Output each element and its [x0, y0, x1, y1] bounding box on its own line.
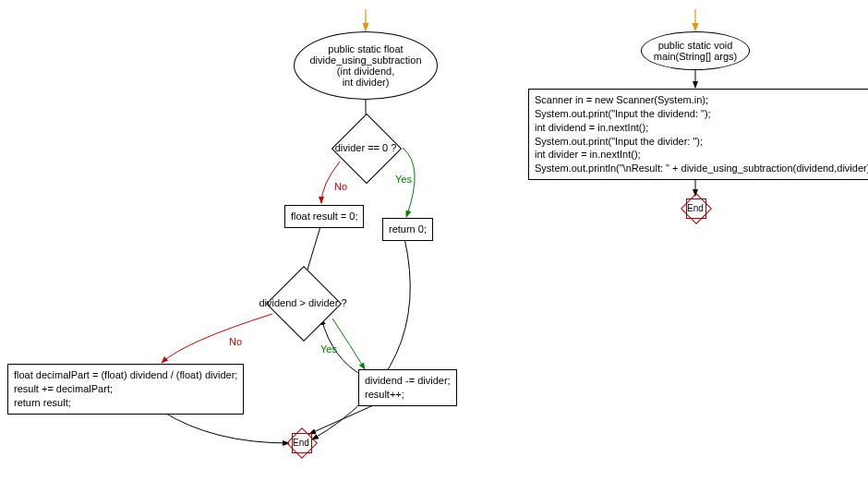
decision-divider-zero: divider == 0 ?: [342, 124, 390, 172]
end-terminal-left: End: [289, 430, 313, 454]
rect-line: dividend -= divider;: [365, 374, 451, 388]
rect-line: return result;: [14, 396, 237, 410]
rect-line: result++;: [365, 388, 451, 402]
rect-loop-body: dividend -= divider; result++;: [358, 369, 457, 406]
rect-main-body: Scanner in = new Scanner(System.in); Sys…: [528, 89, 868, 180]
edge-label-no: No: [229, 336, 242, 347]
rect-line: int dividend = in.nextInt();: [535, 121, 868, 135]
rect-line: float decimalPart = (float) dividend / (…: [14, 368, 237, 382]
rect-result-init: float result = 0;: [284, 205, 364, 228]
rect-line: int divider = in.nextInt();: [535, 148, 868, 162]
rect-return-zero: return 0;: [382, 218, 433, 241]
decision-dividend-gt-divider: dividend > divider ?: [277, 277, 329, 329]
end-terminal-right: End: [683, 196, 707, 220]
method-ellipse-main: public static void main(String[] args): [641, 31, 750, 70]
ellipse-line: main(String[] args): [654, 51, 737, 62]
rect-line: float result = 0;: [291, 210, 357, 223]
edge-label-yes: Yes: [395, 174, 412, 185]
rect-line: Scanner in = new Scanner(System.in);: [535, 93, 868, 107]
ellipse-line: public static float: [309, 43, 421, 54]
rect-line: return 0;: [389, 222, 427, 236]
ellipse-line: (int dividend,: [309, 66, 421, 77]
rect-line: result += decimalPart;: [14, 382, 237, 396]
rect-line: System.out.println("\nResult: " + divide…: [535, 162, 868, 175]
end-label: End: [687, 203, 704, 213]
end-label: End: [293, 438, 309, 448]
ellipse-line: divide_using_subtraction: [309, 54, 421, 66]
decision-label: dividend > divider ?: [259, 297, 346, 308]
ellipse-line: public static void: [654, 40, 737, 51]
rect-decimal-part: float decimalPart = (float) dividend / (…: [7, 364, 244, 415]
method-ellipse-divide: public static float divide_using_subtrac…: [294, 31, 438, 100]
rect-line: System.out.print("Input the divider: ");: [535, 135, 868, 149]
ellipse-line: int divider): [309, 77, 421, 88]
rect-line: System.out.print("Input the dividend: ")…: [535, 107, 868, 121]
decision-label: divider == 0 ?: [335, 142, 397, 153]
edge-label-no: No: [334, 181, 347, 192]
edge-label-yes: Yes: [320, 343, 337, 355]
